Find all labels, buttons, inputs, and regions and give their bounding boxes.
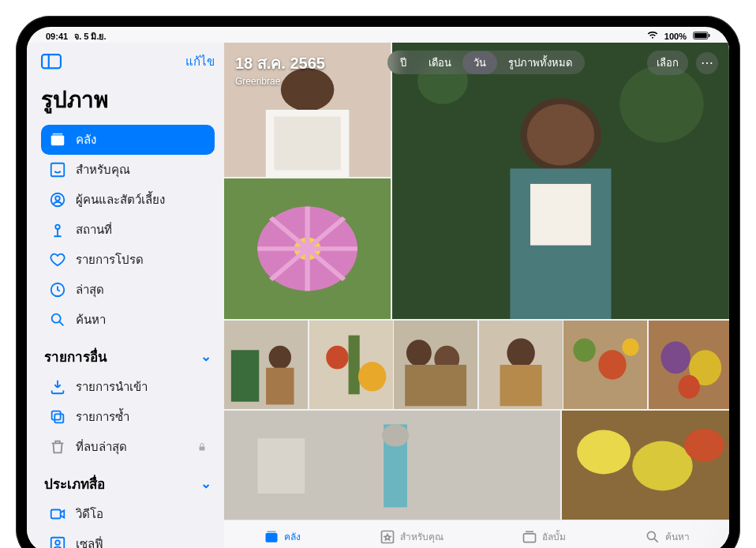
svg-point-67 bbox=[382, 425, 409, 447]
svg-rect-55 bbox=[500, 365, 541, 406]
tab-albums[interactable]: อัลบั้ม bbox=[522, 529, 566, 545]
import-icon bbox=[49, 378, 66, 396]
seg-days[interactable]: วัน bbox=[462, 51, 497, 74]
photo-thumb[interactable] bbox=[563, 321, 647, 409]
sidebar-label: ค้นหา bbox=[76, 310, 106, 329]
tab-foryou[interactable]: สำหรับคุณ bbox=[380, 529, 443, 545]
svg-rect-7 bbox=[51, 163, 65, 177]
svg-point-59 bbox=[622, 338, 638, 355]
svg-rect-47 bbox=[348, 336, 359, 395]
section-other[interactable]: รายการอื่น ⌄ bbox=[41, 335, 215, 372]
sidebar-item-people[interactable]: ผู้คนและสัตว์เลี้ยง bbox=[41, 185, 215, 215]
sidebar-item-places[interactable]: สถานที่ bbox=[41, 215, 215, 245]
more-button[interactable]: ⋯ bbox=[696, 52, 718, 74]
section-media[interactable]: ประเภทสื่อ ⌄ bbox=[41, 462, 215, 499]
svg-point-10 bbox=[55, 225, 60, 230]
bottom-tabbar: คลัง สำหรับคุณ อัลบั้ม ค้นหา bbox=[224, 520, 729, 548]
svg-rect-52 bbox=[405, 365, 466, 406]
svg-rect-65 bbox=[258, 438, 305, 494]
svg-rect-44 bbox=[266, 368, 294, 405]
video-icon bbox=[49, 505, 66, 523]
tab-label: สำหรับคุณ bbox=[400, 529, 443, 544]
svg-rect-13 bbox=[54, 414, 63, 422]
seg-months[interactable]: เดือน bbox=[417, 51, 462, 74]
content: แก้ไข รูปภาพ คลัง สำหรับคุณ ผู้คนและสัตว… bbox=[27, 43, 729, 548]
select-button[interactable]: เลือก bbox=[647, 51, 688, 75]
header-location: Greenbrae bbox=[235, 76, 325, 87]
svg-rect-73 bbox=[267, 531, 276, 532]
photo-thumb[interactable] bbox=[309, 321, 393, 409]
tab-label: ค้นหา bbox=[665, 529, 690, 544]
svg-point-63 bbox=[678, 375, 699, 399]
photo-thumb[interactable] bbox=[224, 411, 560, 520]
svg-point-69 bbox=[577, 430, 631, 475]
svg-point-46 bbox=[326, 346, 348, 370]
photo-thumb[interactable] bbox=[392, 43, 729, 319]
svg-rect-16 bbox=[51, 510, 61, 519]
heart-icon bbox=[49, 251, 66, 268]
seg-all[interactable]: รูปภาพทั้งหมด bbox=[497, 51, 583, 74]
sidebar-item-selfies[interactable]: เซลฟี่ bbox=[41, 529, 215, 548]
sidebar-item-imports[interactable]: รายการนำเข้า bbox=[41, 372, 215, 402]
photo-thumb[interactable] bbox=[562, 411, 729, 520]
sidebar-item-favorites[interactable]: รายการโปรด bbox=[41, 245, 215, 275]
sidebar-item-duplicates[interactable]: รายการซ้ำ bbox=[41, 402, 215, 432]
sidebar-item-library[interactable]: คลัง bbox=[41, 125, 215, 155]
sidebar-item-search[interactable]: ค้นหา bbox=[41, 305, 215, 335]
clock-icon bbox=[49, 281, 66, 298]
search-icon bbox=[645, 529, 661, 545]
battery-icon bbox=[693, 32, 710, 41]
svg-point-48 bbox=[357, 362, 385, 391]
tab-search[interactable]: ค้นหา bbox=[645, 529, 690, 545]
sidebar-toggle-icon[interactable] bbox=[41, 54, 62, 69]
edit-button[interactable]: แก้ไข bbox=[185, 52, 215, 71]
svg-rect-42 bbox=[231, 350, 259, 401]
photo-thumb[interactable] bbox=[649, 321, 729, 409]
photo-thumb[interactable] bbox=[394, 321, 477, 409]
header-date: 18 ส.ค. 2565 bbox=[235, 51, 325, 76]
svg-rect-75 bbox=[524, 533, 536, 542]
sidebar-label: ล่าสุด bbox=[76, 280, 104, 299]
tab-label: คลัง bbox=[284, 529, 301, 544]
view-segmented-control[interactable]: ปี เดือน วัน รูปภาพทั้งหมด bbox=[387, 51, 585, 74]
svg-rect-74 bbox=[381, 531, 393, 542]
selfie-icon bbox=[49, 535, 66, 548]
svg-point-29 bbox=[619, 66, 704, 142]
sidebar-label: รายการนำเข้า bbox=[76, 377, 148, 396]
sidebar: แก้ไข รูปภาพ คลัง สำหรับคุณ ผู้คนและสัตว… bbox=[27, 43, 224, 548]
tab-library[interactable]: คลัง bbox=[264, 529, 301, 545]
photo-thumb[interactable] bbox=[224, 178, 391, 319]
status-date: จ. 5 มิ.ย. bbox=[74, 29, 106, 43]
svg-point-70 bbox=[632, 441, 692, 491]
svg-point-9 bbox=[55, 196, 60, 201]
sidebar-item-videos[interactable]: วิดีโอ bbox=[41, 499, 215, 529]
sidebar-label: สถานที่ bbox=[76, 220, 112, 239]
main-panel: 18 ส.ค. 2565 Greenbrae ปี เดือน วัน รูปภ… bbox=[224, 43, 729, 548]
svg-rect-15 bbox=[200, 446, 205, 450]
ipad-frame: 09:41 จ. 5 มิ.ย. 100% แก้ไข รูปภาพ bbox=[16, 16, 740, 548]
svg-rect-6 bbox=[53, 133, 63, 135]
svg-rect-26 bbox=[274, 117, 340, 171]
screen: 09:41 จ. 5 มิ.ย. 100% แก้ไข รูปภาพ bbox=[27, 27, 729, 548]
places-icon bbox=[49, 221, 66, 238]
svg-point-54 bbox=[507, 338, 534, 367]
photo-thumb[interactable] bbox=[224, 321, 308, 409]
library-icon bbox=[49, 131, 66, 148]
sidebar-item-recents[interactable]: ล่าสุด bbox=[41, 275, 215, 305]
svg-point-18 bbox=[55, 540, 60, 545]
sidebar-label: เซลฟี่ bbox=[76, 535, 103, 548]
sidebar-item-foryou[interactable]: สำหรับคุณ bbox=[41, 155, 215, 185]
seg-years[interactable]: ปี bbox=[389, 51, 417, 74]
svg-rect-2 bbox=[709, 34, 710, 37]
chevron-down-icon: ⌄ bbox=[200, 475, 211, 492]
photo-thumb[interactable] bbox=[479, 321, 563, 409]
battery-text: 100% bbox=[664, 32, 687, 41]
svg-rect-5 bbox=[51, 136, 65, 146]
sidebar-item-deleted[interactable]: ที่ลบล่าสุด bbox=[41, 432, 215, 462]
photo-grid[interactable] bbox=[224, 43, 729, 520]
sidebar-label: คลัง bbox=[76, 130, 96, 149]
svg-rect-3 bbox=[42, 54, 61, 68]
svg-point-57 bbox=[573, 338, 595, 362]
status-time: 09:41 bbox=[46, 32, 68, 41]
svg-point-61 bbox=[661, 341, 691, 373]
